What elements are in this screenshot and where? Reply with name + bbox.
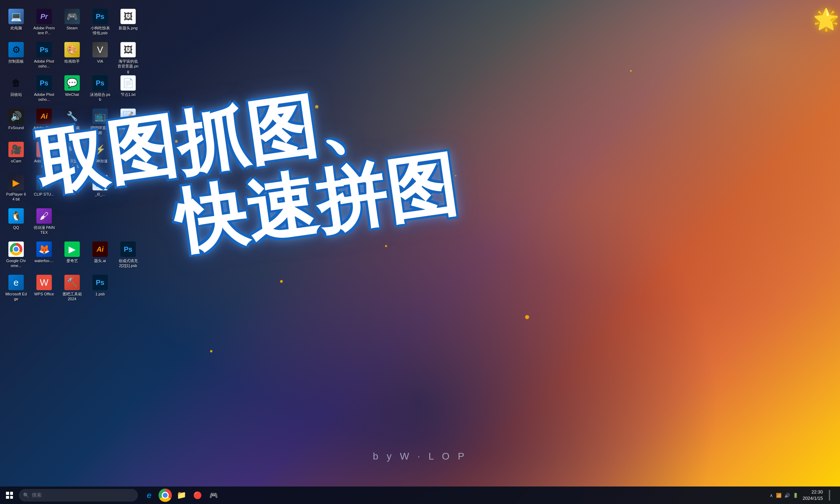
fxsound-icon-image: 🔊 xyxy=(8,108,24,124)
search-placeholder: 搜索 xyxy=(32,492,42,498)
paint-label: 绘画助手 xyxy=(64,59,80,64)
psb-combo-icon-image: Ps xyxy=(92,75,108,91)
unknown2-icon-image: 🖼 xyxy=(92,175,108,190)
desktop-icon-tuwu[interactable]: 🔨图吧工具箱 2024 xyxy=(59,273,85,304)
desktop-icon-paintex[interactable]: 🖌优动漫 PAINTEX xyxy=(31,206,57,238)
unknown2-label: _i0_... xyxy=(95,192,105,197)
pc-label: 此电脑 xyxy=(10,26,22,30)
controlpanel-icon-image: ⚙ xyxy=(8,42,24,57)
taskbar-app2-icon[interactable]: 🎮 xyxy=(206,488,221,503)
desktop-icon-photoshop2[interactable]: PsAdobe Photosho... xyxy=(31,74,57,105)
show-desktop-button[interactable] xyxy=(824,488,835,503)
taskbar-chrome-icon[interactable] xyxy=(158,488,173,503)
tray-volume[interactable]: 🔊 xyxy=(784,493,790,498)
wps-icon-image: W xyxy=(36,275,52,290)
via-label: VIA xyxy=(97,59,103,64)
driver-icon-image: 🔧 xyxy=(64,108,80,124)
waterfox-label: waterfox-... xyxy=(35,258,54,263)
system-tray: ∧ 📶 🔊 🔋 xyxy=(767,491,801,499)
desktop-icon-wechat[interactable]: 💬WeChat xyxy=(59,74,85,105)
golden-icon: 🌟 xyxy=(813,7,839,32)
bibibi-label: 哔哔哔直播姬 xyxy=(89,125,111,135)
right-decoration: 🌟 xyxy=(812,0,840,88)
desktop-icon-via[interactable]: VVIA xyxy=(88,40,113,72)
photoshop2-icon-image: Ps xyxy=(36,75,52,91)
paintex-label: 优动漫 PAINTEX xyxy=(33,225,55,235)
desktop-icon-layer2png[interactable]: 🖼图层 2.png xyxy=(115,140,141,172)
chrome-label: Google Chrome... xyxy=(5,258,27,268)
potplayer-icon-image: ▶ xyxy=(8,175,24,190)
psb-combo-label: 泳池组合.psb xyxy=(89,92,111,102)
desktop-icon-iqiyi[interactable]: ▶爱奇艺 xyxy=(59,240,85,271)
desktop-icon-wegame[interactable]: 🎮英雄联盟 WeGame版 xyxy=(59,140,85,172)
desktop-icon-controlpanel[interactable]: ⚙控制面板 xyxy=(4,40,29,72)
desktop-icon-waterfox[interactable]: 🦊waterfox-... xyxy=(31,240,57,271)
wps-label: WPS Office xyxy=(34,292,54,296)
steam-icon-image: 🎮 xyxy=(64,9,80,24)
tray-network[interactable]: 📶 xyxy=(776,493,782,498)
iqiyi-icon-image: ▶ xyxy=(64,241,80,257)
taskbar-search[interactable]: 🔍 搜索 xyxy=(19,489,138,502)
windows-logo-icon xyxy=(6,492,13,499)
ocam-icon-image: 🎥 xyxy=(8,142,24,157)
overlay-line2: 快速拼图 xyxy=(172,149,461,258)
desktop-icon-paint[interactable]: 🎨绘画助手 xyxy=(59,40,85,72)
desktop-icon-photoshop1[interactable]: PsAdobe Photosho... xyxy=(31,40,57,72)
desktop-icon-potplayer[interactable]: ▶PotPlayer 64 bit xyxy=(4,173,29,205)
desktop-icon-psb1[interactable]: Ps1.psb xyxy=(88,273,113,304)
start-button[interactable] xyxy=(2,488,17,503)
clock[interactable]: 22:30 2024/1/15 xyxy=(803,489,823,502)
tuwu-icon-image: 🔨 xyxy=(64,275,80,290)
tuwu-label: 图吧工具箱 2024 xyxy=(61,292,83,302)
photoshop2-label: Adobe Photosho... xyxy=(33,92,55,102)
recycle-label: 回收站 xyxy=(10,92,22,97)
psb1-icon-image: Ps xyxy=(92,275,108,290)
steam-label: Steam xyxy=(66,26,78,30)
desktop-icon-psb-combo[interactable]: Ps泳池组合.psb xyxy=(88,74,113,105)
tray-battery[interactable]: 🔋 xyxy=(793,493,798,498)
desktop-icon-driver[interactable]: 🔧驱动总裁 xyxy=(59,107,85,138)
desktop-icon-tiai[interactable]: Ai题头.ai xyxy=(88,240,113,271)
tray-chevron[interactable]: ∧ xyxy=(770,493,773,498)
desktop-icon-clipstudio[interactable]: ✏CLIP STU... xyxy=(31,173,57,205)
desktop-icon-wps[interactable]: WWPS Office xyxy=(31,273,57,304)
desktop-icon-acrobat[interactable]: 📕Adobe Acrobat xyxy=(31,140,57,172)
desktop-icon-steam[interactable]: 🎮Steam xyxy=(59,7,85,38)
desktop-icon-unknown2[interactable]: 🖼_i0_... xyxy=(88,173,113,205)
waterfox-icon-image: 🦊 xyxy=(36,241,52,257)
desktop-icon-premiere[interactable]: PrAdobe Premiere P... xyxy=(31,7,57,38)
desktop-icon-fxsound[interactable]: 🔊FxSound xyxy=(4,107,29,138)
bibibi-icon-image: 📺 xyxy=(92,108,108,124)
desktop-icon-illustrator[interactable]: AiAdobe Illustrat... xyxy=(31,107,57,138)
desktop-icon-bibibi[interactable]: 📺哔哔哔直播姬 xyxy=(88,107,113,138)
psb1-label: 1.psb xyxy=(96,292,105,296)
pc-icon-image: 💻 xyxy=(8,9,24,24)
taskbar-explorer-icon[interactable]: 📁 xyxy=(174,488,189,503)
controlpanel-label: 控制面板 xyxy=(8,59,24,64)
date-display: 2024/1/15 xyxy=(803,495,823,502)
desktop-icon-creative[interactable]: Ps创成式填充 2[2][1].psb xyxy=(115,240,141,271)
photoshop1-icon-image: Ps xyxy=(36,42,52,57)
potplayer-label: PotPlayer 64 bit xyxy=(5,192,27,202)
taskbar: 🔍 搜索 e 📁 🔴 🎮 ∧ 📶 🔊 🔋 22:30 2024/1/15 xyxy=(0,486,840,504)
desktop-icon-msedge[interactable]: eMicrosoft Edge xyxy=(4,273,29,304)
desktop-icon-haiyangpng[interactable]: 🖼海宇宙的低音背景题.png xyxy=(115,40,141,72)
desktop-icon-chrome[interactable]: Google Chrome... xyxy=(4,240,29,271)
acrobat-label: Adobe Acrobat xyxy=(33,159,55,169)
desktop-icon-xt-png[interactable]: 🖼新题头.png xyxy=(115,7,141,38)
via-icon-image: V xyxy=(92,42,108,57)
desktop-icon-recycle[interactable]: 🗑回收站 xyxy=(4,74,29,105)
desktop-icon-ocam[interactable]: 🎥oCam xyxy=(4,140,29,172)
creative-icon-image: Ps xyxy=(120,241,136,257)
desktop-icon-txt1[interactable]: 📄节点1.txt xyxy=(115,74,141,105)
acrobat-icon-image: 📕 xyxy=(36,142,52,157)
desktop-icon-sixgod[interactable]: ⚡六神加速 xyxy=(88,140,113,172)
desktop-icon-newtxt[interactable]: 📝新建 文本文档.txt xyxy=(115,107,141,138)
desktop-icon-pc[interactable]: 💻此电脑 xyxy=(4,7,29,38)
desktop-icon-qq[interactable]: 🐧QQ xyxy=(4,206,29,238)
haiyangpng-label: 海宇宙的低音背景题.png xyxy=(117,59,139,74)
taskbar-app1-icon[interactable]: 🔴 xyxy=(190,488,205,503)
taskbar-edge-icon[interactable]: e xyxy=(141,488,157,503)
time-display: 22:30 xyxy=(803,489,823,495)
desktop-icon-psb-small[interactable]: Ps小狗吃惊表情包.psb xyxy=(88,7,113,38)
